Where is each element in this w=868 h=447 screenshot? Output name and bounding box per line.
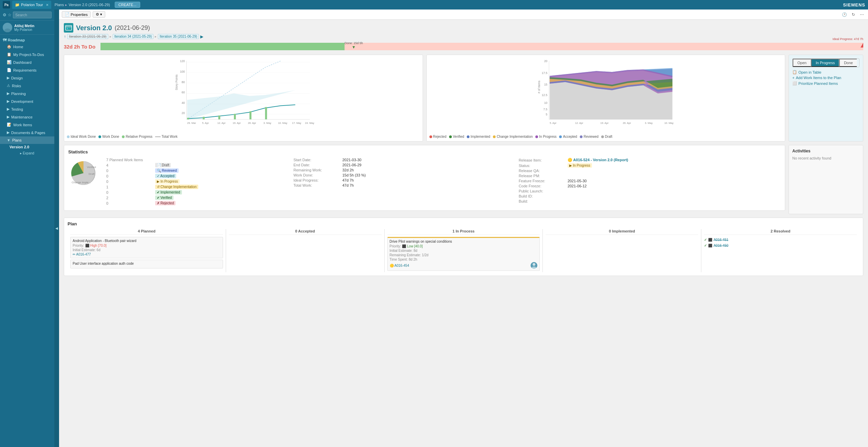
sidebar-plan-version2[interactable]: Version 2.0 (4, 144, 54, 150)
plan-item-bluetooth-title: Android Application - Bluetooth pair wiz… (73, 239, 221, 243)
legend-inprogress: In Progress (535, 135, 556, 138)
plan-resolved-item1: ✓ ⬛ A016-451 (704, 237, 857, 243)
stats-left: Change Imple... Verified Draft 7 Planned… (68, 158, 287, 206)
properties-button[interactable]: 📄 Properties (62, 11, 91, 18)
more-button[interactable]: ⋯ (858, 12, 865, 18)
star-icon[interactable]: ☆ (8, 13, 12, 17)
svg-text:60: 60 (182, 91, 185, 94)
sidebar-item-design[interactable]: ▶ Design (0, 74, 54, 82)
sidebar-item-documents[interactable]: ▶ Documents & Pages (0, 129, 54, 136)
resolved-id2[interactable]: A016-450 (714, 244, 728, 247)
sidebar-item-home[interactable]: 🏠 Home (0, 43, 54, 51)
svg-text:3. May: 3. May (645, 122, 652, 125)
clock-button[interactable]: 🕐 (841, 12, 848, 18)
svg-text:Story Points: Story Points (175, 74, 178, 90)
sidebar-plans-sub: Version 2.0 (0, 144, 54, 150)
sidebar-item-maintenance[interactable]: ▶ Maintenance (0, 113, 54, 121)
documents-icon: ▶ (7, 130, 10, 135)
add-workitems-link[interactable]: + Add Work Items to the Plan (792, 76, 860, 80)
sidebar-expand[interactable]: ▸ Expand (0, 150, 54, 156)
plan-item-bluetooth-estimate: Initial Estimate: 6d (73, 248, 221, 252)
top-bar: Pa 📁 Polarion Tour ✕ Plans ▸ Version 2.0… (0, 0, 868, 10)
sidebar-item-plans-label: Plans (12, 138, 22, 142)
page-title-date: (2021-06-29) (115, 24, 150, 32)
breadcrumb-iteration34[interactable]: Iteration 34 (2021-05-29) (113, 34, 154, 39)
refresh-button[interactable]: ↻ (850, 12, 856, 18)
badge-rejected: ✗ Rejected (155, 201, 176, 205)
prioritize-link[interactable]: ⬜ Prioritize Planned Items (792, 81, 860, 86)
plan-item-drive-id[interactable]: 🟡 A016-454 (390, 264, 409, 267)
breadcrumb-iteration33[interactable]: Iteration 33 (2021-06-29) (67, 34, 108, 39)
svg-text:29. Mar: 29. Mar (187, 122, 196, 125)
maintenance-icon: ▶ (7, 115, 10, 119)
resolved-id1[interactable]: A016-451 (714, 238, 728, 242)
sidebar-item-workitems[interactable]: 📝 Work Items (0, 121, 54, 129)
assignee-avatar (531, 262, 537, 269)
svg-text:3. May: 3. May (263, 122, 271, 125)
search-input[interactable] (13, 12, 52, 18)
add-icon: + (792, 76, 794, 80)
breadcrumb-add-icon[interactable]: ▶ (200, 34, 203, 39)
stat-totalwork: Total Work:47d 7h (293, 183, 512, 187)
burndown-legend: Ideal Work Done Work Done Relative Progr… (67, 135, 420, 138)
plan-columns: 4 Planned Android Application - Bluetoot… (68, 229, 860, 272)
done-button[interactable]: Done (839, 59, 857, 67)
stat-enddate: End Date:2021-06-29 (293, 163, 512, 167)
plan-col-implemented: 0 Implemented (543, 229, 701, 272)
sidebar-item-todos[interactable]: 📋 My Project-To-Dos (0, 51, 54, 58)
sidebar-item-dashboard[interactable]: 📊 Dashboard (0, 58, 54, 66)
settings-icon[interactable]: ⚙ (3, 13, 6, 17)
sidebar-item-risks[interactable]: ⚠ Risks (0, 82, 54, 90)
legend-verified: Verified (449, 135, 464, 138)
legend-workdone: Work Done (98, 135, 119, 138)
stat-codefreeze: Code Freeze:2021-06-12 (519, 184, 781, 188)
svg-text:5: 5 (546, 113, 547, 116)
tab-polarion-tour[interactable]: 📁 Polarion Tour ✕ (12, 1, 51, 9)
open-table-link[interactable]: 📋 Open in Table (792, 70, 860, 74)
sidebar-item-testing[interactable]: ▶ Testing (0, 105, 54, 113)
settings-button[interactable]: ⚙ ▾ (93, 11, 105, 18)
breadcrumb-plans[interactable]: Plans (55, 3, 64, 7)
plan-item-drive-estimate: Initial Estimate: 8d (390, 249, 538, 253)
plan-col-accepted: 0 Accepted (226, 229, 385, 272)
svg-rect-32 (218, 115, 220, 119)
sidebar-item-planning[interactable]: ▶ Planning (0, 90, 54, 97)
sidebar-item-requirements[interactable]: 📄 Requirements (0, 66, 54, 74)
avatar (3, 23, 12, 32)
statistics-grid: Change Imple... Verified Draft 7 Planned… (68, 158, 781, 206)
tab-close-icon[interactable]: ✕ (46, 3, 49, 7)
svg-text:10: 10 (544, 101, 548, 105)
svg-text:26. Apr: 26. Apr (248, 122, 256, 125)
stats-items-list: 7 Planned Work Items 4📄 Draft 0🔍 Reviewe… (106, 158, 198, 206)
sidebar-item-plans[interactable]: ▼ Plans (0, 136, 54, 144)
sidebar-item-development[interactable]: ▶ Development (0, 97, 54, 105)
plan-item-bluetooth-id[interactable]: ✏ A016-477 (73, 253, 221, 256)
risks-icon: ⚠ (7, 83, 10, 88)
sidebar-item-workitems-label: Work Items (13, 123, 32, 127)
sidebar-item-maintenance-label: Maintenance (11, 115, 33, 119)
badge-inprogress: ▶ In Progress (155, 179, 180, 184)
svg-text:80: 80 (182, 80, 185, 84)
properties-label: Properties (71, 13, 88, 17)
svg-text:5. Apr: 5. Apr (202, 122, 209, 125)
progress-done-marker: Done: 15d 5h ▼ (345, 41, 363, 50)
content-area: 📄 Properties ⚙ ▾ 🕐 ↻ ⋯ Version 2.0 (202 (59, 10, 868, 447)
breadcrumb-version[interactable]: Version 2.0 (2021-06-29) (69, 3, 110, 7)
breadcrumb-iteration35[interactable]: Iteration 35 (2021-06-29) (158, 34, 199, 39)
plan-resolved-item2: ✓ ⬛ A016-450 (704, 243, 857, 248)
activities-empty: No recent activity found (792, 156, 860, 160)
user-name: Atiluj Metin (14, 24, 34, 28)
svg-text:Draft: Draft (89, 172, 95, 175)
svg-text:120: 120 (180, 59, 185, 63)
stat-rejected: 0✗ Rejected (106, 201, 198, 205)
open-button[interactable]: Open (793, 59, 811, 67)
plans-icon: ▼ (7, 138, 11, 142)
roadmap-label: Roadmap (8, 38, 25, 42)
home-icon: 🏠 (7, 44, 12, 49)
stat-releasepm: Release PM: (519, 174, 781, 178)
create-button[interactable]: CREATE... (115, 2, 140, 8)
inprogress-button[interactable]: In Progress (811, 59, 839, 67)
sidebar-toggle[interactable]: ◀ (54, 10, 59, 447)
stat-status: Status:▶ In Progress (519, 163, 781, 168)
progress-done-text: Done: 15d 5h (345, 41, 363, 45)
